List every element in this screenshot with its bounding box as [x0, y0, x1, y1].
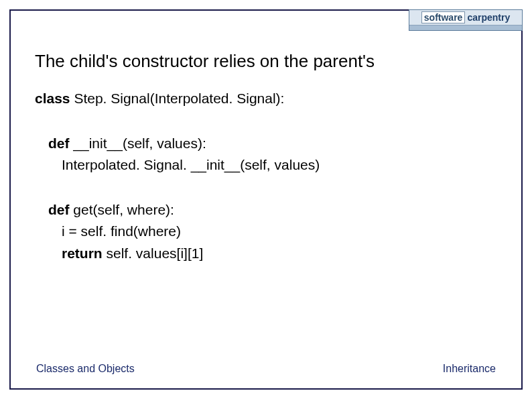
code-text: i = self. find(where): [62, 223, 181, 239]
spacer: [35, 176, 497, 199]
footer-left: Classes and Objects: [36, 363, 135, 375]
logo-word-carpentry: carpentry: [467, 12, 510, 23]
code-text: get(self, where):: [70, 202, 174, 217]
code-text: Interpolated. Signal. __init__(self, val…: [62, 157, 320, 172]
code-line-class: class Step. Signal(Interpolated. Signal)…: [35, 88, 497, 110]
keyword-def: def: [48, 135, 70, 151]
logo-tagline: [409, 25, 522, 30]
software-carpentry-logo: software carpentry: [409, 9, 523, 31]
code-line-def-init: def __init__(self, values):: [35, 133, 497, 155]
code-line-def-get: def get(self, where):: [35, 199, 497, 221]
code-text: self. values[i][1]: [103, 245, 204, 261]
code-text: Step. Signal(Interpolated. Signal):: [70, 91, 285, 106]
slide-frame: software carpentry The child's construct…: [9, 9, 523, 390]
keyword-class: class: [35, 91, 70, 106]
code-line-assign: i = self. find(where): [35, 221, 497, 243]
keyword-return: return: [62, 245, 103, 261]
code-text: __init__(self, values):: [70, 135, 206, 151]
keyword-def: def: [48, 202, 70, 217]
slide-content: The child's constructor relies on the pa…: [35, 51, 497, 264]
footer-right: Inheritance: [443, 363, 496, 375]
logo-word-software: software: [421, 11, 466, 23]
spacer: [35, 110, 497, 133]
slide-title: The child's constructor relies on the pa…: [35, 51, 497, 72]
logo-text: software carpentry: [409, 10, 522, 25]
code-line-return: return self. values[i][1]: [35, 243, 497, 265]
code-line-super-init: Interpolated. Signal. __init__(self, val…: [35, 154, 497, 176]
code-block: class Step. Signal(Interpolated. Signal)…: [35, 88, 497, 264]
